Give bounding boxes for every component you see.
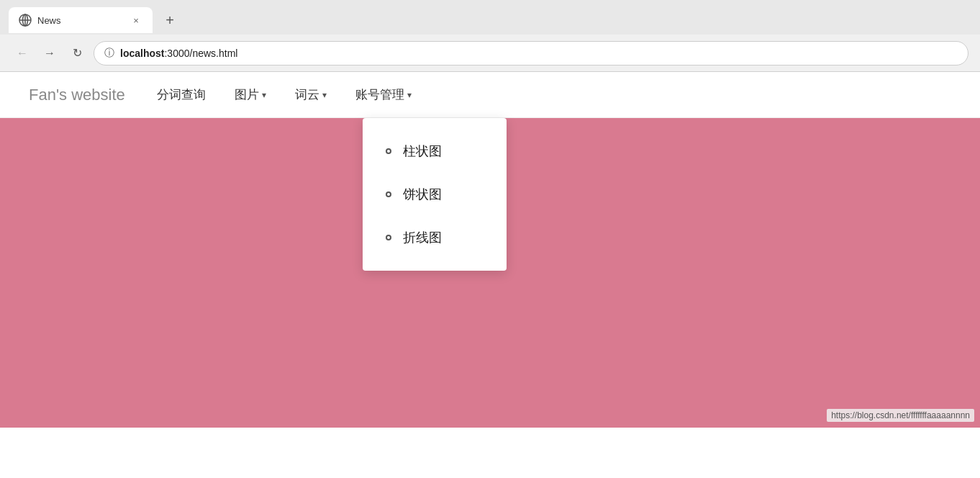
ciyun-caret-icon: ▾ <box>322 90 327 100</box>
account-caret-icon: ▾ <box>407 90 412 100</box>
bullet-icon <box>386 148 391 154</box>
dropdown-item-pie[interactable]: 饼状图 <box>363 173 507 216</box>
url-path: :3000/news.html <box>164 48 237 59</box>
dropdown-item-bar[interactable]: 柱状图 <box>363 130 507 173</box>
url-display: localhost:3000/news.html <box>120 48 237 59</box>
website-wrapper: Fan's website 分词查询 图片 ▾ 柱状图 饼状图 <box>0 72 980 478</box>
tab-title: News <box>37 15 124 26</box>
nav-item-account[interactable]: 账号管理 ▾ <box>353 72 414 118</box>
new-tab-button[interactable]: + <box>158 9 181 32</box>
nav-item-tupian[interactable]: 图片 ▾ 柱状图 饼状图 折线图 <box>232 72 269 118</box>
browser-tab[interactable]: News × <box>9 7 153 33</box>
tab-bar: News × + <box>0 0 980 35</box>
dropdown-item-line[interactable]: 折线图 <box>363 216 507 259</box>
tab-close-button[interactable]: × <box>130 14 142 27</box>
forward-button[interactable]: → <box>39 42 60 64</box>
url-host: localhost <box>120 48 164 59</box>
info-icon: ⓘ <box>104 47 114 60</box>
nav-item-ciyun[interactable]: 词云 ▾ <box>292 72 330 118</box>
address-bar: ← → ↻ ⓘ localhost:3000/news.html <box>0 35 980 72</box>
site-navbar: Fan's website 分词查询 图片 ▾ 柱状图 饼状图 <box>0 72 980 118</box>
bullet-icon <box>386 235 391 240</box>
reload-button[interactable]: ↻ <box>66 42 88 64</box>
browser-chrome: News × + ← → ↻ ⓘ localhost:3000/news.htm… <box>0 0 980 478</box>
url-bar[interactable]: ⓘ localhost:3000/news.html <box>94 41 968 66</box>
site-brand: Fan's website <box>29 86 125 104</box>
nav-item-fenci[interactable]: 分词查询 <box>154 72 209 118</box>
tupian-caret-icon: ▾ <box>262 90 266 100</box>
bullet-icon <box>386 191 391 197</box>
tab-favicon-icon <box>19 14 32 27</box>
status-bar-link: https://blog.csdn.net/fffffffaaaaannnn <box>827 409 974 422</box>
back-button[interactable]: ← <box>12 42 33 64</box>
tupian-dropdown: 柱状图 饼状图 折线图 <box>363 118 507 271</box>
